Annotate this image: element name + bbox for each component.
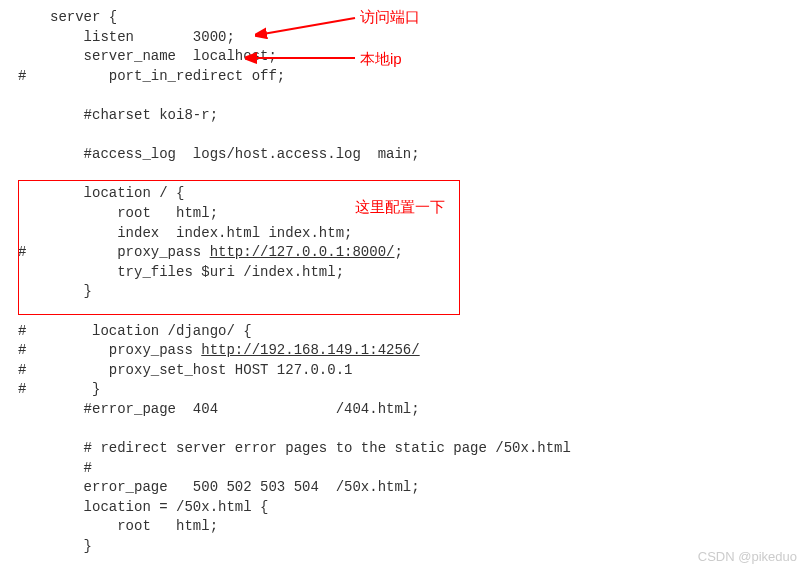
code-line: location = /50x.html { [50,498,809,518]
gutter-hash: # [18,243,26,263]
code-line: try_files $uri /index.html; [50,263,809,283]
code-line: # redirect server error pages to the sta… [50,439,809,459]
code-line: location / { [50,184,809,204]
code-line [50,302,809,322]
code-line: server { [50,8,809,28]
code-line: index index.html index.htm; [50,224,809,244]
code-line: proxy_set_host HOST 127.0.0.1 [50,361,809,381]
code-line: } [50,537,809,557]
code-line: } [50,282,809,302]
code-line: error_page 500 502 503 504 /50x.html; [50,478,809,498]
code-line: proxy_pass http://192.168.149.1:4256/ [50,341,809,361]
code-line: #error_page 404 /404.html; [50,400,809,420]
code-line: listen 3000; [50,28,809,48]
code-line [50,419,809,439]
code-line: server_name localhost; [50,47,809,67]
proxy-url-1: http://127.0.0.1:8000/ [210,244,395,260]
code-line: #charset koi8-r; [50,106,809,126]
code-line: root html; [50,517,809,537]
code-line: root html; [50,204,809,224]
gutter-hash: # [18,341,26,361]
code-line: location /django/ { [50,322,809,342]
gutter-hash: # [18,361,26,381]
code-line [50,126,809,146]
gutter-hash: # [18,380,26,400]
gutter-hash: # [18,67,26,87]
code-block: server { listen 3000; server_name localh… [0,0,809,565]
code-line: proxy_pass http://127.0.0.1:8000/; [50,243,809,263]
gutter-hash: # [18,322,26,342]
code-line: #access_log logs/host.access.log main; [50,145,809,165]
code-line [50,165,809,185]
code-line: } [50,380,809,400]
code-line [50,86,809,106]
watermark: CSDN @pikeduo [698,548,797,566]
code-line: # [50,459,809,479]
code-line: port_in_redirect off; [50,67,809,87]
proxy-url-2: http://192.168.149.1:4256/ [201,342,419,358]
